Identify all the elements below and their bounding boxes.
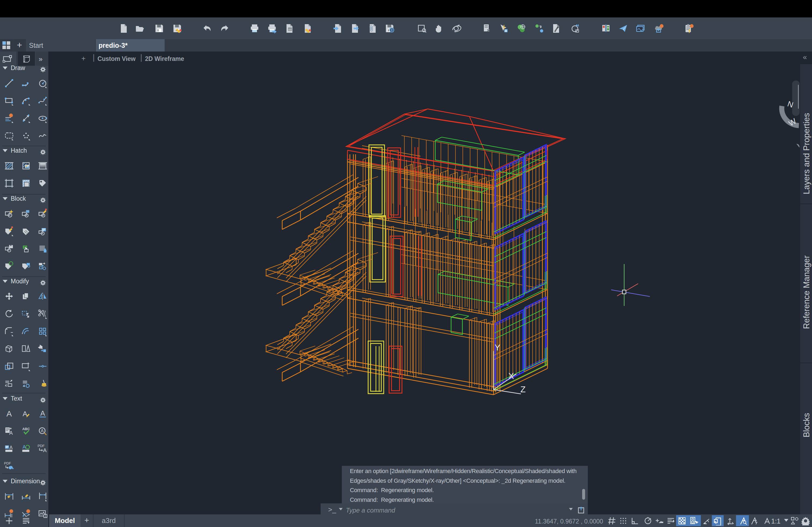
svg-text:A: A bbox=[9, 430, 13, 436]
svg-text:A: A bbox=[40, 409, 45, 417]
svg-text:PDF: PDF bbox=[4, 461, 11, 465]
svg-text:ABC: ABC bbox=[22, 427, 30, 431]
svg-text:A: A bbox=[23, 445, 26, 450]
svg-text:A: A bbox=[6, 409, 12, 418]
svg-text:Z: Z bbox=[520, 385, 526, 394]
svg-text:A: A bbox=[43, 447, 47, 453]
svg-text:A: A bbox=[41, 428, 44, 433]
svg-text:X: X bbox=[508, 371, 514, 381]
svg-text:1: 1 bbox=[45, 514, 46, 518]
svg-text:Y: Y bbox=[495, 343, 500, 352]
svg-text:A: A bbox=[10, 445, 13, 450]
